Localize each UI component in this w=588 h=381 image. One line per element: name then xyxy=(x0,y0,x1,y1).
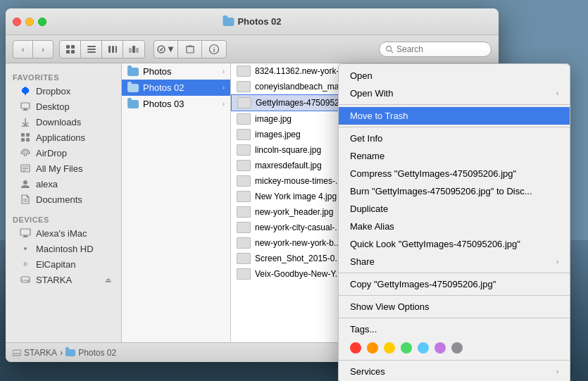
color-tag-blue[interactable] xyxy=(418,342,429,354)
file-thumbnail xyxy=(237,206,251,218)
svg-rect-7 xyxy=(108,46,111,53)
sidebar-item-elcapitan[interactable]: ElCapitan xyxy=(8,256,118,272)
ctx-compress[interactable]: Compress "GettyImages-475095206.jpg" xyxy=(339,165,570,182)
file-name: Veix-Goodbye-New-Y... xyxy=(255,269,342,279)
sidebar-item-applications[interactable]: Applications xyxy=(8,130,118,145)
eject-icon[interactable]: ⏏ xyxy=(105,276,111,284)
ctx-tags[interactable]: Tags... xyxy=(339,320,570,338)
sidebar-label-alexa: alexa xyxy=(36,179,58,189)
file-thumbnail xyxy=(237,268,251,280)
sidebar-item-macintosh-hd[interactable]: Macintosh HD xyxy=(8,241,118,256)
back-button[interactable]: ‹ xyxy=(13,41,33,58)
svg-rect-42 xyxy=(24,235,27,237)
forward-button[interactable]: › xyxy=(33,41,53,58)
view-buttons xyxy=(59,40,145,58)
sidebar-label-elcapitan: ElCapitan xyxy=(36,259,75,270)
ctx-duplicate[interactable]: Duplicate xyxy=(339,200,570,218)
ctx-separator xyxy=(339,127,570,127)
svg-point-23 xyxy=(25,94,26,95)
sidebar-label-desktop: Desktop xyxy=(36,101,70,112)
ctx-open-with[interactable]: Open With › xyxy=(339,85,570,102)
info-button[interactable]: i xyxy=(202,41,226,58)
breadcrumb: STARKA › Photos 02 xyxy=(13,348,116,358)
color-tag-yellow[interactable] xyxy=(384,342,395,354)
svg-rect-8 xyxy=(112,46,114,53)
user-icon xyxy=(20,178,31,189)
svg-rect-32 xyxy=(26,138,30,142)
folder-breadcrumb-icon xyxy=(65,349,75,356)
sidebar-item-dropbox[interactable]: Dropbox xyxy=(8,83,118,99)
delete-button[interactable] xyxy=(178,41,202,58)
folder-item-photos[interactable]: Photos › xyxy=(122,63,230,80)
desktop-icon xyxy=(20,101,31,112)
color-tags xyxy=(339,338,570,358)
color-tag-orange[interactable] xyxy=(367,342,378,354)
ctx-services[interactable]: Services › xyxy=(339,363,570,380)
sidebar-item-desktop[interactable]: Desktop xyxy=(8,99,118,114)
color-tag-green[interactable] xyxy=(401,342,412,354)
list-view-button[interactable] xyxy=(81,41,102,58)
arrange-button[interactable]: ▼ xyxy=(154,41,178,58)
sidebar-item-downloads[interactable]: Downloads xyxy=(8,114,118,130)
sidebar-item-alexas-imac[interactable]: Alexa's iMac xyxy=(8,225,118,241)
svg-rect-12 xyxy=(136,48,139,53)
toolbar: ‹ › ▼ i xyxy=(6,35,499,63)
sidebar-item-alexa[interactable]: alexa xyxy=(8,176,118,192)
sidebar-item-all-files[interactable]: All My Files xyxy=(8,161,118,176)
context-menu: Open Open With › Move to Trash Get Info … xyxy=(338,63,570,381)
drive-icon xyxy=(20,274,31,285)
search-input[interactable] xyxy=(396,44,481,54)
sidebar-item-airdrop[interactable]: AirDrop xyxy=(8,145,118,161)
folder-icon xyxy=(223,18,234,26)
ctx-rename[interactable]: Rename xyxy=(339,147,570,165)
chevron-right-icon: › xyxy=(556,258,558,266)
color-tag-purple[interactable] xyxy=(434,342,446,354)
svg-point-45 xyxy=(24,247,27,250)
maximize-button[interactable] xyxy=(38,18,46,26)
devices-header: Devices xyxy=(6,211,121,225)
close-button[interactable] xyxy=(13,18,21,26)
ctx-open[interactable]: Open xyxy=(339,67,570,85)
cover-flow-button[interactable] xyxy=(123,41,144,58)
chevron-right-icon: › xyxy=(223,68,225,75)
svg-rect-3 xyxy=(71,50,75,54)
sidebar-item-documents[interactable]: Documents xyxy=(8,192,118,207)
favorites-header: Favorites xyxy=(6,69,121,83)
ctx-view-options[interactable]: Show View Options xyxy=(339,298,570,316)
ctx-get-info[interactable]: Get Info xyxy=(339,130,570,147)
svg-rect-4 xyxy=(87,46,96,47)
sidebar-item-starka[interactable]: STARKA ⏏ xyxy=(8,272,118,287)
file-name: image.jpg xyxy=(255,114,292,124)
svg-rect-5 xyxy=(87,49,96,50)
traffic-lights xyxy=(13,18,46,26)
svg-line-19 xyxy=(391,50,394,53)
ctx-separator xyxy=(339,360,570,361)
nav-buttons: ‹ › xyxy=(13,40,54,58)
svg-rect-14 xyxy=(187,46,194,53)
svg-rect-41 xyxy=(20,229,30,235)
airdrop-icon xyxy=(20,147,31,158)
svg-rect-1 xyxy=(71,45,75,49)
ctx-burn[interactable]: Burn "GettyImages-475095206.jpg" to Disc… xyxy=(339,182,570,200)
sidebar-label-airdrop: AirDrop xyxy=(36,148,67,158)
folder-item-photos02[interactable]: Photos 02 › xyxy=(122,80,230,96)
ctx-quick-look[interactable]: Quick Look "GettyImages-475095206.jpg" xyxy=(339,235,570,253)
ctx-make-alias[interactable]: Make Alias xyxy=(339,218,570,235)
svg-rect-9 xyxy=(115,46,117,53)
ctx-move-to-trash[interactable]: Move to Trash xyxy=(339,107,570,125)
folder-item-photos03[interactable]: Photos 03 › xyxy=(122,96,230,112)
icon-view-button[interactable] xyxy=(60,41,81,58)
color-tag-gray[interactable] xyxy=(451,342,463,354)
column-view-button[interactable] xyxy=(102,41,123,58)
color-tag-red[interactable] xyxy=(350,342,361,354)
window-title: Photos 02 xyxy=(223,16,281,27)
file-thumbnail xyxy=(237,144,251,156)
all-files-icon xyxy=(20,163,31,174)
file-thumbnail xyxy=(237,237,251,249)
file-thumbnail xyxy=(237,129,251,140)
ctx-share[interactable]: Share › xyxy=(339,253,570,270)
ctx-separator xyxy=(339,104,570,105)
ctx-copy[interactable]: Copy "GettyImages-475095206.jpg" xyxy=(339,275,570,293)
svg-rect-43 xyxy=(23,237,28,237)
minimize-button[interactable] xyxy=(25,18,34,26)
